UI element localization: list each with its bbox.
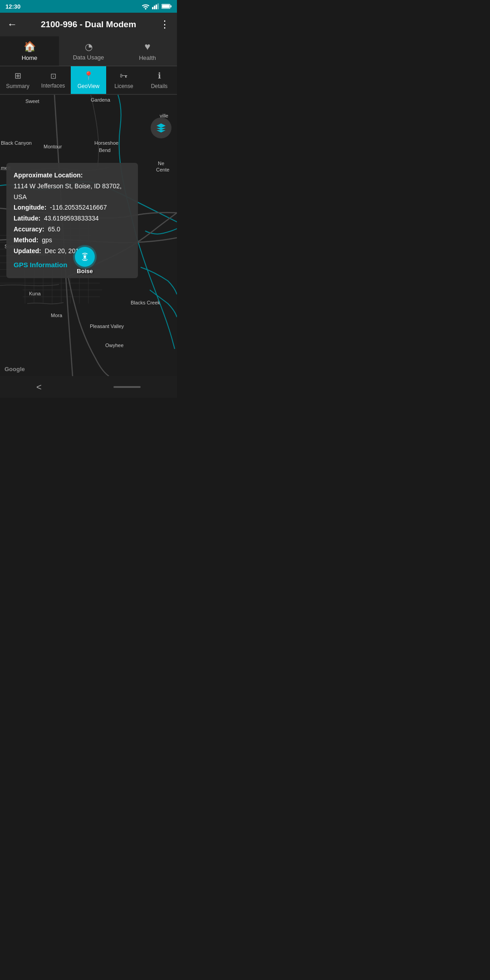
tab-geoview[interactable]: 📍 GeoView [71,66,106,94]
summary-icon: ⊞ [15,71,21,81]
tab-license-label: License [114,83,133,89]
map-area[interactable]: Sweet Gardena Black Canyon Montour Horse… [0,95,177,376]
location-accuracy: Accuracy: 65.0 [14,224,131,235]
status-time: 12:30 [5,3,20,10]
battery-icon [162,4,172,9]
google-brand: Google [5,366,25,372]
layers-icon [156,122,167,133]
app-bar: ← 2100-996 - Dual Modem ⋮ [0,13,177,36]
svg-rect-3 [156,5,157,9]
pin-icon [75,247,95,267]
location-updated: Updated: Dec 20, 2019 [14,246,131,257]
nav-back-button[interactable]: < [36,382,42,392]
svg-rect-7 [162,5,170,8]
tab-geoview-label: GeoView [78,83,99,89]
tab-home[interactable]: 🏠 Home [0,36,59,66]
status-icons [142,3,172,10]
geoview-icon: 📍 [83,71,93,81]
router-icon [80,252,90,262]
tab-health-label: Health [139,54,156,61]
tab-health[interactable]: ♥ Health [118,36,177,66]
data-usage-icon: ◔ [85,41,93,52]
tab-data-usage[interactable]: ◔ Data Usage [59,36,118,66]
tab-interfaces[interactable]: ⊡ Interfaces [35,66,71,94]
gps-information-link[interactable]: GPS Information [14,259,131,271]
app-title: 2100-996 - Dual Modem [23,20,154,29]
tab-interfaces-label: Interfaces [41,83,65,89]
nav-bar: < [0,376,177,398]
location-title: Approximate Location: [14,170,131,181]
location-latitude: Latitude: 43.6199593833334 [14,213,131,224]
interfaces-icon: ⊡ [50,72,56,80]
signal-icon [152,3,159,10]
tab-summary-label: Summary [6,83,29,89]
svg-rect-2 [154,5,155,9]
pin-label: Boise [77,268,93,274]
location-popup: Approximate Location: 1114 W Jefferson S… [6,163,138,278]
svg-point-31 [83,255,86,258]
back-button[interactable]: ← [7,19,17,30]
location-method: Method: gps [14,235,131,246]
home-indicator[interactable] [113,386,141,388]
license-icon: 🗝 [120,71,128,81]
wifi-icon [142,3,150,10]
primary-tab-bar: 🏠 Home ◔ Data Usage ♥ Health [0,36,177,66]
svg-rect-4 [157,4,159,10]
location-address: 1114 W Jefferson St, Boise, ID 83702, US… [14,181,131,203]
tab-details[interactable]: ℹ Details [142,66,177,94]
location-longitude: Longitude: -116.205352416667 [14,202,131,213]
tab-home-label: Home [22,54,38,61]
health-icon: ♥ [144,41,150,53]
tab-summary[interactable]: ⊞ Summary [0,66,35,94]
more-menu-button[interactable]: ⋮ [160,19,170,30]
layers-button[interactable] [151,118,172,138]
details-icon: ℹ [158,71,161,81]
svg-rect-6 [171,5,172,8]
tab-data-usage-label: Data Usage [73,54,104,61]
map-pin: Boise [75,247,95,274]
home-icon: 🏠 [24,41,36,53]
tab-details-label: Details [151,83,168,89]
tab-license[interactable]: 🗝 License [106,66,142,94]
status-bar: 12:30 [0,0,177,13]
svg-rect-1 [152,7,153,10]
secondary-tab-bar: ⊞ Summary ⊡ Interfaces 📍 GeoView 🗝 Licen… [0,66,177,95]
